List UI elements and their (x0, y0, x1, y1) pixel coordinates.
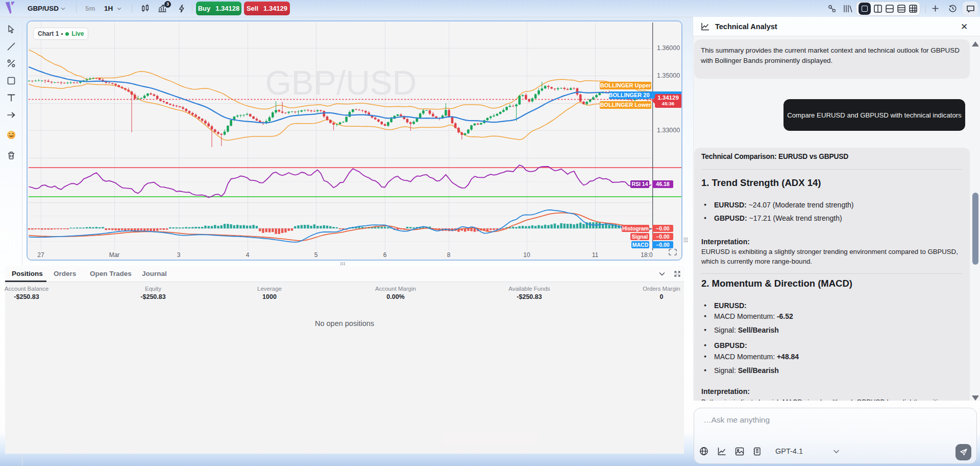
svg-text:–0.00: –0.00 (656, 225, 669, 231)
svg-text:BOLLINGER Lower: BOLLINGER Lower (600, 102, 651, 108)
svg-text:BOLLINGER 20: BOLLINGER 20 (608, 92, 649, 98)
svg-text:RSI 14: RSI 14 (631, 181, 648, 187)
svg-text:8: 8 (447, 251, 451, 259)
svg-text:Signal: Signal (632, 234, 648, 240)
svg-text:GBP/USD: GBP/USD (265, 64, 416, 102)
svg-text:–0.00: –0.00 (656, 234, 669, 240)
svg-text:Mar: Mar (109, 251, 120, 259)
svg-text:11: 11 (592, 251, 599, 259)
svg-text:18:0: 18:0 (641, 251, 653, 259)
svg-text:Histogram: Histogram (622, 225, 649, 231)
svg-text:27: 27 (37, 251, 44, 259)
svg-text:1.36000: 1.36000 (657, 44, 680, 52)
svg-text:1.33000: 1.33000 (657, 127, 680, 134)
svg-text:1.35000: 1.35000 (657, 72, 680, 79)
svg-text:BOLLINGER Upper: BOLLINGER Upper (600, 82, 651, 88)
svg-text:45:36: 45:36 (662, 101, 674, 106)
svg-text:5: 5 (314, 251, 318, 259)
svg-text:10: 10 (523, 251, 530, 259)
svg-text:–0.00: –0.00 (656, 242, 669, 248)
svg-text:6: 6 (383, 251, 387, 259)
svg-text:46.18: 46.18 (656, 181, 669, 187)
svg-text:1.34129: 1.34129 (657, 95, 679, 101)
svg-text:4: 4 (246, 251, 250, 259)
svg-text:3: 3 (177, 251, 181, 259)
svg-text:MACD: MACD (632, 242, 649, 248)
